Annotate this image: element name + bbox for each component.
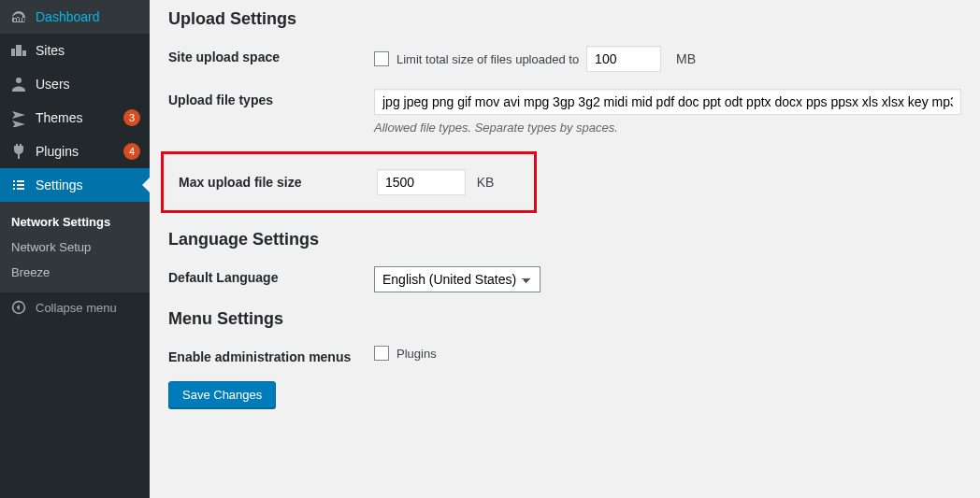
site-upload-space-label: Site upload space <box>168 46 374 64</box>
enable-admin-plugins-text: Plugins <box>396 347 437 361</box>
sidebar-item-plugins[interactable]: Plugins 4 <box>0 135 150 168</box>
upload-file-types-label: Upload file types <box>168 89 374 107</box>
dashboard-icon <box>9 7 28 26</box>
settings-submenu: Network Settings Network Setup Breeze <box>0 202 150 292</box>
sidebar-item-dashboard[interactable]: Dashboard <box>0 0 150 34</box>
max-upload-highlight: Max upload file size KB <box>161 151 537 213</box>
sidebar-item-sites[interactable]: Sites <box>0 34 150 67</box>
sidebar-item-settings[interactable]: Settings <box>0 168 150 202</box>
collapse-label: Collapse menu <box>36 301 117 315</box>
submenu-network-setup[interactable]: Network Setup <box>0 235 150 260</box>
menu-settings-heading: Menu Settings <box>168 309 961 329</box>
sidebar-label: Plugins <box>36 144 119 159</box>
upload-file-types-input[interactable] <box>374 89 961 115</box>
settings-icon <box>9 176 28 194</box>
site-upload-space-row: Site upload space Limit total size of fi… <box>168 46 961 72</box>
upload-file-types-hint: Allowed file types. Separate types by sp… <box>374 121 961 135</box>
users-icon <box>9 75 28 93</box>
sidebar-label: Dashboard <box>36 9 140 24</box>
themes-badge: 3 <box>123 109 140 126</box>
limit-upload-unit: MB <box>676 51 696 66</box>
max-upload-label: Max upload file size <box>179 175 377 190</box>
collapse-icon <box>9 300 28 315</box>
upload-settings-heading: Upload Settings <box>168 9 961 29</box>
sites-icon <box>9 41 28 60</box>
upload-file-types-row: Upload file types Allowed file types. Se… <box>168 89 961 135</box>
language-settings-heading: Language Settings <box>168 230 961 249</box>
sidebar-label: Settings <box>36 178 140 192</box>
main-content: Upload Settings Site upload space Limit … <box>150 0 980 498</box>
default-language-select[interactable]: English (United States) <box>374 266 540 292</box>
themes-icon <box>9 108 28 127</box>
sidebar-item-users[interactable]: Users <box>0 67 150 101</box>
limit-upload-input[interactable] <box>586 46 661 72</box>
enable-admin-menus-row: Enable administration menus Plugins <box>168 346 961 364</box>
limit-upload-text: Limit total size of files uploaded to <box>396 52 579 66</box>
submenu-network-settings[interactable]: Network Settings <box>0 209 150 235</box>
max-upload-input[interactable] <box>377 169 466 195</box>
enable-admin-plugins-checkbox[interactable] <box>374 346 389 361</box>
sidebar-label: Users <box>36 77 140 92</box>
sidebar-item-themes[interactable]: Themes 3 <box>0 101 150 135</box>
submenu-breeze[interactable]: Breeze <box>0 260 150 285</box>
plugins-icon <box>9 142 28 161</box>
enable-admin-menus-label: Enable administration menus <box>168 346 374 364</box>
default-language-label: Default Language <box>168 266 374 285</box>
collapse-menu-button[interactable]: Collapse menu <box>0 292 150 322</box>
default-language-row: Default Language English (United States) <box>168 266 961 292</box>
save-changes-button[interactable]: Save Changes <box>168 381 276 408</box>
plugins-badge: 4 <box>123 143 140 160</box>
sidebar-label: Themes <box>36 110 119 125</box>
max-upload-unit: KB <box>477 175 495 190</box>
limit-upload-checkbox[interactable] <box>374 51 389 66</box>
admin-sidebar: Dashboard Sites Users Themes 3 Plugins 4… <box>0 0 150 498</box>
sidebar-label: Sites <box>36 43 140 58</box>
